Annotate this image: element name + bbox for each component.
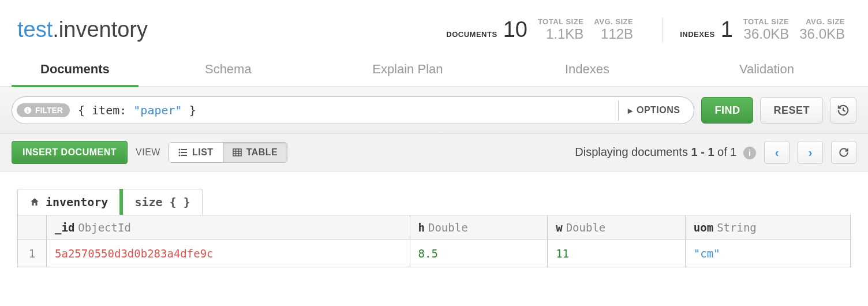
documents-count-value: 10 — [503, 17, 527, 42]
svg-point-6 — [178, 155, 180, 156]
tab-indexes[interactable]: Indexes — [497, 54, 677, 87]
home-icon — [29, 197, 40, 207]
chevron-left-icon: ‹ — [775, 146, 779, 159]
tab-schema[interactable]: Schema — [139, 54, 318, 87]
filter-input-container[interactable]: i FILTER { item: "paper" } ▸ OPTIONS — [12, 96, 694, 124]
table-icon — [233, 148, 242, 157]
paging-text: Displaying documents 1 - 1 of 1 i — [575, 145, 756, 159]
view-label: VIEW — [136, 147, 160, 158]
chevron-right-icon: › — [809, 146, 813, 159]
documents-table: _idObjectId hDouble wDouble uomString 1 … — [17, 215, 851, 267]
row-number: 1 — [18, 240, 47, 267]
svg-rect-8 — [233, 149, 241, 156]
tab-validation[interactable]: Validation — [677, 54, 856, 87]
info-icon[interactable]: i — [743, 147, 756, 159]
db-name: test — [17, 17, 53, 42]
indexes-count-value: 1 — [721, 17, 733, 42]
svg-point-4 — [178, 152, 180, 154]
caret-right-icon: ▸ — [628, 105, 633, 116]
svg-point-2 — [178, 149, 180, 151]
tab-bar: Documents Schema Explain Plan Indexes Va… — [0, 54, 868, 87]
indexes-total-size-value: 36.0KB — [743, 26, 789, 42]
refresh-button[interactable] — [831, 141, 856, 164]
list-icon — [178, 148, 188, 157]
refresh-icon — [838, 147, 850, 158]
view-table-button[interactable]: TABLE — [223, 143, 287, 162]
cell-h[interactable]: 8.5 — [418, 247, 438, 260]
indexes-avg-size-value: 36.0KB — [799, 26, 845, 42]
breadcrumb-root[interactable]: inventory — [17, 189, 120, 215]
breadcrumb-separator — [119, 189, 123, 215]
cell-id[interactable]: 5a2570550d3d0b283a4dfe9c — [55, 247, 214, 260]
view-toggle: LIST TABLE — [169, 142, 287, 163]
documents-total-size-value: 1.1KB — [538, 26, 583, 42]
collection-title: test.inventory — [17, 17, 148, 42]
indexes-count-label: INDEXES — [680, 30, 715, 39]
svg-rect-5 — [181, 152, 187, 153]
next-page-button[interactable]: › — [798, 141, 823, 164]
options-button[interactable]: ▸ OPTIONS — [618, 100, 689, 121]
column-header-id[interactable]: _idObjectId — [47, 215, 410, 240]
documents-count-label: DOCUMENTS — [446, 30, 497, 39]
info-icon: i — [24, 106, 32, 114]
cell-uom[interactable]: "cm" — [694, 247, 720, 260]
table-row[interactable]: 1 5a2570550d3d0b283a4dfe9c 8.5 11 "cm" — [18, 240, 851, 267]
reset-button[interactable]: RESET — [760, 97, 823, 124]
filter-badge: i FILTER — [17, 103, 70, 117]
cell-w[interactable]: 11 — [556, 247, 569, 260]
breadcrumb-nested[interactable]: size { } — [122, 189, 202, 215]
svg-text:i: i — [27, 107, 29, 114]
filter-query-text[interactable]: { item: "paper" } — [70, 103, 619, 117]
history-button[interactable] — [830, 97, 856, 124]
column-header-uom[interactable]: uomString — [685, 215, 850, 240]
documents-total-size-label: TOTAL SIZE — [538, 17, 583, 26]
prev-page-button[interactable]: ‹ — [764, 141, 790, 164]
column-header-h[interactable]: hDouble — [410, 215, 548, 240]
column-row-number — [18, 215, 47, 240]
documents-avg-size-value: 112B — [594, 26, 633, 42]
svg-rect-7 — [181, 155, 187, 156]
indexes-avg-size-label: AVG. SIZE — [799, 17, 845, 26]
tab-documents[interactable]: Documents — [12, 54, 139, 87]
find-button[interactable]: FIND — [701, 97, 753, 124]
documents-avg-size-label: AVG. SIZE — [594, 17, 633, 26]
collection-name: inventory — [59, 17, 148, 42]
history-icon — [837, 104, 850, 117]
indexes-total-size-label: TOTAL SIZE — [743, 17, 789, 26]
svg-rect-3 — [181, 149, 187, 150]
view-list-button[interactable]: LIST — [169, 143, 223, 162]
insert-document-button[interactable]: INSERT DOCUMENT — [12, 141, 128, 164]
column-header-w[interactable]: wDouble — [548, 215, 686, 240]
tab-explain-plan[interactable]: Explain Plan — [318, 54, 497, 87]
